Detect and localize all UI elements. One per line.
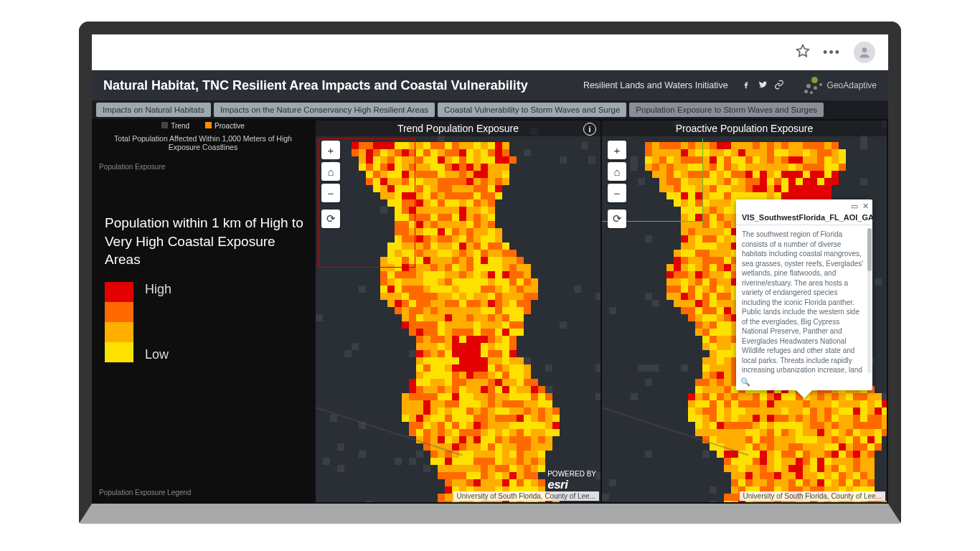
- feature-popup: ▭ ✕ VIS_SouthwestFlorida_FL_AOI_GA_ The …: [736, 199, 872, 390]
- facebook-icon[interactable]: [741, 80, 751, 92]
- tab-population-exposure[interactable]: Population Exposure to Storm Waves and S…: [629, 103, 824, 117]
- section-label: Population Exposure: [99, 163, 307, 171]
- home-button[interactable]: ⌂: [321, 162, 340, 181]
- sidebar: Trend Proactive Total Population Affecte…: [92, 119, 314, 504]
- legend-title: Population within 1 km of High to Very H…: [105, 214, 307, 269]
- twitter-icon[interactable]: [758, 80, 768, 92]
- zoom-out-button[interactable]: −: [608, 184, 626, 202]
- popup-dock-icon[interactable]: ▭: [851, 202, 858, 211]
- profile-avatar[interactable]: [854, 42, 875, 63]
- app-header: Natural Habitat, TNC Resilient Area Impa…: [92, 70, 888, 100]
- legend: Population within 1 km of High to Very H…: [99, 214, 307, 362]
- legend-low-label: Low: [145, 347, 171, 362]
- zoom-in-button[interactable]: +: [608, 141, 626, 159]
- legend-high-label: High: [145, 282, 171, 297]
- tab-coastal-vulnerability[interactable]: Coastal Vulnerability to Storm Waves and…: [438, 103, 626, 117]
- map-attribution: University of South Florida, County of L…: [453, 491, 599, 501]
- esri-attribution: POWERED BYesri: [547, 470, 596, 492]
- info-button[interactable]: i: [583, 123, 596, 136]
- tab-tnc-resilient[interactable]: Impacts on the Nature Conservancy High R…: [214, 103, 435, 117]
- zoom-out-button[interactable]: −: [321, 184, 340, 202]
- popup-zoom-icon[interactable]: 🔍: [740, 377, 750, 387]
- brand-logo: GeoAdaptive: [804, 77, 877, 94]
- tab-bar: Impacts on Natural Habitats Impacts on t…: [92, 100, 888, 119]
- link-icon[interactable]: [774, 80, 784, 92]
- map-proactive[interactable]: Proactive Population Exposure + ⌂ − ⟳: [602, 121, 887, 502]
- legend-swatches: [105, 282, 133, 362]
- refresh-button[interactable]: ⟳: [608, 209, 626, 228]
- crosshair-v: [702, 138, 703, 225]
- app-root: Natural Habitat, TNC Resilient Area Impa…: [92, 70, 888, 504]
- popup-close-icon[interactable]: ✕: [862, 202, 869, 211]
- svg-point-0: [862, 47, 867, 52]
- popup-title: VIS_SouthwestFlorida_FL_AOI_GA_: [736, 213, 872, 225]
- mini-legend: Trend Proactive: [99, 122, 307, 130]
- tab-natural-habitats[interactable]: Impacts on Natural Habitats: [96, 103, 211, 117]
- map-trend[interactable]: Trend Population Exposure i + ⌂ − ⟳ POWE: [316, 121, 600, 502]
- mini-chart-title: Total Population Affected Within 1,000 M…: [99, 134, 307, 151]
- popup-body-text: The southwest region of Florida consists…: [742, 230, 863, 376]
- zoom-in-button[interactable]: +: [321, 141, 340, 159]
- map-trend-title: Trend Population Exposure: [316, 121, 600, 136]
- sidebar-footer: Population Exposure Legend: [99, 489, 307, 496]
- browser-chrome: •••: [92, 34, 888, 70]
- refresh-button[interactable]: ⟳: [321, 209, 340, 228]
- favorite-icon[interactable]: [796, 44, 810, 61]
- map-proactive-title: Proactive Population Exposure: [602, 121, 887, 136]
- initiative-label: Resilient Lands and Waters Initiative: [583, 80, 728, 90]
- popup-scrollbar[interactable]: [867, 228, 872, 373]
- page-title: Natural Habitat, TNC Resilient Area Impa…: [103, 78, 528, 93]
- more-icon[interactable]: •••: [823, 46, 841, 59]
- map-attribution: University of South Florida, County of L…: [740, 491, 885, 501]
- home-button[interactable]: ⌂: [608, 162, 626, 181]
